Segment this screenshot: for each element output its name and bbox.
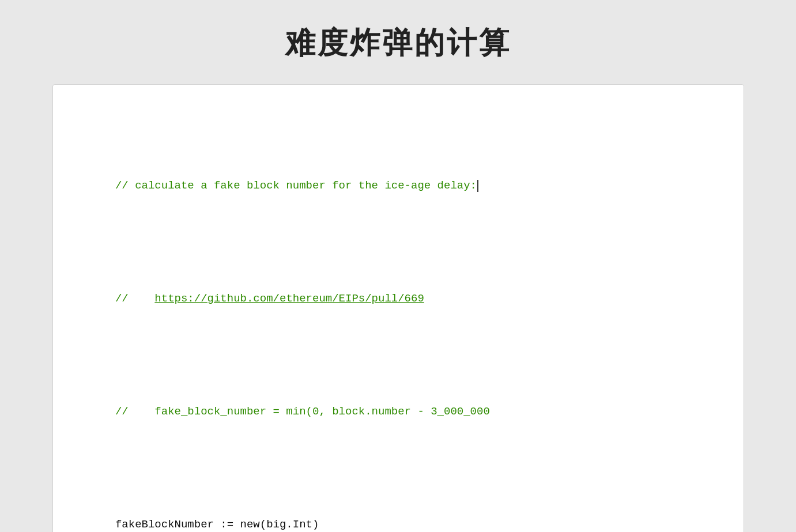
comment-3: // fake_block_number = min(0, block.numb…	[115, 405, 490, 418]
code-text-4: fakeBlockNumber := new(big.Int)	[115, 518, 319, 531]
github-link[interactable]: https://github.com/ethereum/EIPs/pull/66…	[154, 292, 424, 305]
comment-1: // calculate a fake block number for the…	[115, 179, 478, 192]
code-line-2: // https://github.com/ethereum/EIPs/pull…	[76, 270, 720, 327]
code-container: // calculate a fake block number for the…	[52, 84, 744, 532]
comment-2: // https://github.com/ethereum/EIPs/pull…	[115, 292, 424, 305]
code-block: // calculate a fake block number for the…	[76, 101, 720, 532]
code-line-4: fakeBlockNumber := new(big.Int)	[76, 496, 720, 532]
code-line-3: // fake_block_number = min(0, block.numb…	[76, 383, 720, 440]
page-title: 难度炸弹的计算	[285, 23, 511, 63]
code-line-1: // calculate a fake block number for the…	[76, 157, 720, 214]
